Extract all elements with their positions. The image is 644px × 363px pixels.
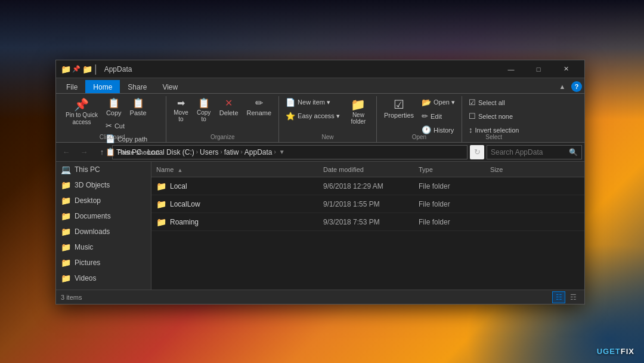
address-chevron-1: › [196,149,198,155]
paste-button[interactable]: 📋 Paste [126,96,150,119]
file-explorer-window: 📁 📌 📁 | AppData — □ ✕ File Home Share Vi… [55,60,585,304]
search-icon: 🔍 [569,148,578,156]
address-user: fatiw › [224,148,243,156]
ribbon-collapse-arrow[interactable]: ▲ [556,80,569,93]
watermark: UGETFIX [597,347,634,356]
paste-shortcut-button[interactable]: 📋 Paste shortcut [103,146,162,158]
copy-to-button[interactable]: 📋 Copyto [193,96,215,125]
sidebar-item-desktop[interactable]: 📁 Desktop [56,193,151,208]
ribbon-group-clipboard: 📌 Pin to Quickaccess 📋 Copy 📋 Paste [58,96,166,142]
cut-button[interactable]: ✂ Cut [103,119,162,132]
new-folder-label: Newfolder [351,112,366,125]
search-box[interactable]: 🔍 [487,145,582,159]
delete-label: Delete [219,109,239,116]
col-name[interactable]: Name ▲ [156,166,323,173]
locallow-type: File folder [419,200,490,208]
open-button[interactable]: 📂 Open ▾ [419,96,458,109]
new-item-button[interactable]: 📄 New item ▾ [283,96,343,109]
select-all-icon: ☑ [469,98,476,107]
tab-share[interactable]: Share [120,80,154,93]
new-folder-button[interactable]: 📁 Newfolder [344,96,373,127]
col-date[interactable]: Date modified [323,166,419,173]
file-row-roaming[interactable]: 📁 Roaming 9/3/2018 7:53 PM File folder [151,213,584,231]
roaming-folder-icon: 📁 [156,217,166,227]
address-chevron-2: › [220,149,222,155]
easy-access-label: Easy access ▾ [298,112,340,120]
copy-to-label: Copyto [197,109,210,122]
ribbon-collapse: ▲ ? [556,80,582,93]
details-view-button[interactable]: ☷ [552,291,565,303]
new-small-group: 📄 New item ▾ ⭐ Easy access ▾ [283,96,343,122]
sidebar-item-pictures[interactable]: 📁 Pictures [56,255,151,270]
sidebar-item-music[interactable]: 📁 Music [56,239,151,255]
locallow-name-text: LocalLow [170,200,200,208]
new-folder-icon: 📁 [351,99,366,110]
move-to-button[interactable]: ➡ Moveto [170,96,191,125]
roaming-name-text: Roaming [170,218,199,226]
tab-view[interactable]: View [154,80,185,93]
tiles-view-button[interactable]: ☶ [566,291,580,303]
maximize-button[interactable]: □ [525,60,552,78]
pin-label: Pin to Quickaccess [66,112,98,126]
sidebar-item-thispc-label: This PC [75,165,100,174]
rename-button[interactable]: ✏ Rename [243,96,275,119]
history-icon: 🕐 [422,125,431,134]
address-appdata: AppData › [244,148,277,156]
clipboard-right: 📋 Copy 📋 Paste ✂ Cut [103,96,162,158]
title-bar-icons: 📁 📌 📁 | [61,63,98,75]
main-content: 💻 This PC 📁 3D Objects 📁 Desktop 📁 Docum… [56,162,584,290]
status-bar: 3 items ☷ ☶ [56,290,584,304]
search-input[interactable] [491,148,566,156]
delete-button[interactable]: ✕ Delete [216,96,242,119]
roaming-date: 9/3/2018 7:53 PM [323,218,419,226]
file-row-locallow[interactable]: 📁 LocalLow 9/1/2018 1:55 PM File folder [151,195,584,213]
tab-file[interactable]: File [58,80,85,93]
3dobjects-icon: 📁 [61,180,71,190]
paste-shortcut-label: Paste shortcut [117,149,159,156]
easy-access-button[interactable]: ⭐ Easy access ▾ [283,110,343,122]
edit-icon: ✏ [422,112,428,121]
properties-button[interactable]: ☑ Properties [380,96,417,121]
file-row-local[interactable]: 📁 Local 9/6/2018 12:29 AM File folder [151,177,584,195]
window-controls: — □ ✕ [497,60,580,78]
select-none-label: Select none [478,113,513,120]
select-small-group: ☑ Select all ☐ Select none ↕ Invert sele… [466,96,522,136]
documents-icon: 📁 [61,211,71,221]
col-size[interactable]: Size [490,166,580,173]
videos-icon: 📁 [61,273,71,283]
folder-icon-tb2: 📁 [82,64,92,74]
sidebar-item-3dobjects[interactable]: 📁 3D Objects [56,177,151,193]
select-label: Select [462,134,525,140]
ribbon-content: 📌 Pin to Quickaccess 📋 Copy 📋 Paste [56,94,584,143]
sidebar-item-videos-label: Videos [75,274,96,282]
address-bar[interactable]: This PC › Local Disk (C:) › Users › fati… [112,145,467,159]
address-dropdown-arrow[interactable]: ▼ [279,149,285,155]
open-small-group: 📂 Open ▾ ✏ Edit 🕐 History [419,96,458,136]
local-date: 9/6/2018 12:29 AM [323,182,419,190]
invert-icon: ↕ [469,125,473,134]
select-all-button[interactable]: ☑ Select all [466,96,522,109]
close-button[interactable]: ✕ [552,60,580,78]
refresh-button[interactable]: ↻ [470,145,484,159]
edit-button[interactable]: ✏ Edit [419,110,458,122]
sidebar-item-videos[interactable]: 📁 Videos [56,270,151,286]
select-none-button[interactable]: ☐ Select none [466,110,522,122]
locallow-folder-icon: 📁 [156,199,166,209]
sidebar-item-thispc[interactable]: 💻 This PC [56,162,151,177]
ribbon-help-button[interactable]: ? [571,81,582,92]
col-type[interactable]: Type [419,166,490,173]
minimize-button[interactable]: — [497,60,525,78]
address-chevron-4: › [274,149,275,155]
copy-button[interactable]: 📋 Copy [103,96,125,119]
locallow-date: 9/1/2018 1:55 PM [323,200,419,208]
pictures-icon: 📁 [61,258,71,267]
sidebar-item-downloads[interactable]: 📁 Downloads [56,224,151,239]
window-title: AppData [104,65,497,73]
tab-home[interactable]: Home [85,80,120,93]
easy-access-icon: ⭐ [286,112,295,121]
file-name-roaming: 📁 Roaming [156,217,323,227]
address-user-label: fatiw [224,148,239,156]
ribbon-group-new: 📄 New item ▾ ⭐ Easy access ▾ 📁 Newfolder… [279,96,377,142]
sidebar-item-documents[interactable]: 📁 Documents [56,208,151,224]
pin-quick-access-button[interactable]: 📌 Pin to Quickaccess [62,96,101,128]
